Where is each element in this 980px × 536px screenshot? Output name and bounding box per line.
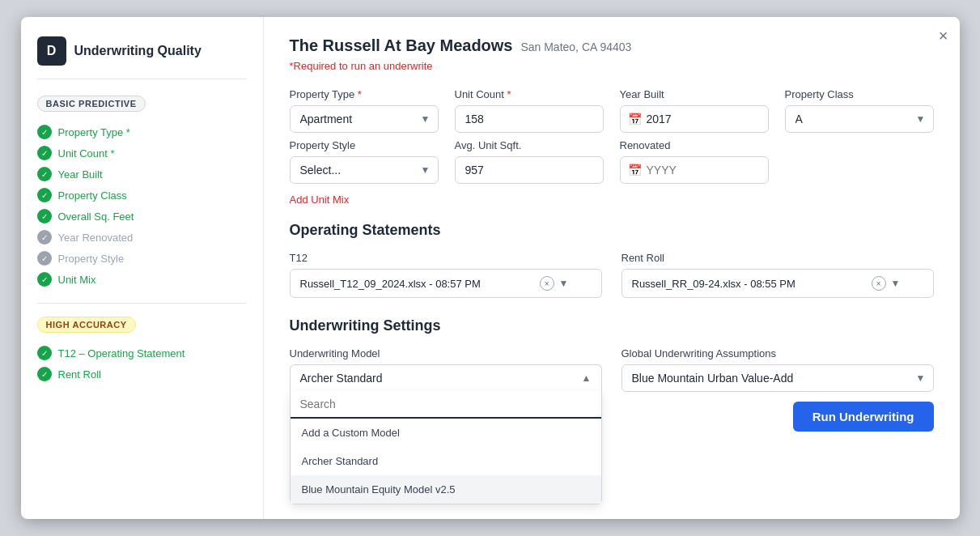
sidebar-brand-icon: D [37, 36, 66, 66]
sidebar-item-overall-sqft: ✓ Overall Sq. Feet [37, 206, 247, 227]
t12-label: T12 [290, 252, 602, 264]
avg-unit-sqft-group: Avg. Unit Sqft. [455, 139, 604, 184]
rent-roll-file-icons: × ▼ [872, 276, 901, 291]
sidebar-item-unit-mix: ✓ Unit Mix [37, 269, 247, 290]
property-style-label: Property Style [290, 139, 439, 151]
sidebar-item-year-renovated: ✓ Year Renovated [37, 227, 247, 248]
required-star-1: * [358, 88, 362, 100]
sidebar-item-rent-roll: ✓ Rent Roll [37, 364, 247, 385]
sidebar-item-t12: ✓ T12 – Operating Statement [37, 342, 247, 364]
avg-unit-sqft-input[interactable] [455, 156, 604, 184]
unit-count-group: Unit Count * [455, 88, 604, 133]
t12-clear-icon[interactable]: × [540, 276, 554, 291]
check-icon-property-class: ✓ [37, 188, 52, 202]
required-notice: *Required to run an underwrite [290, 60, 934, 72]
t12-group: T12 Russell_T12_09_2024.xlsx - 08:57 PM … [290, 252, 602, 298]
sidebar-item-property-class: ✓ Property Class [37, 185, 247, 206]
sidebar-title: Underwriting Quality [74, 44, 202, 58]
sidebar-item-label-property-style: Property Style [58, 253, 125, 265]
assumptions-select-wrapper: Blue Mountain Urban Value-Add ▼ [622, 364, 934, 392]
required-star-2: * [507, 88, 511, 100]
property-class-select-wrapper: A B C D ▼ [785, 105, 934, 133]
check-icon-year-renovated: ✓ [37, 230, 52, 245]
underwriting-model-select-box[interactable]: Archer Standard ▲ [290, 364, 602, 391]
property-header: The Russell At Bay Meadows San Mateo, CA… [290, 36, 934, 55]
renovated-input[interactable] [620, 156, 769, 184]
avg-unit-sqft-label: Avg. Unit Sqft. [455, 139, 604, 151]
rent-roll-file-select[interactable]: Russell_RR_09-24.xlsx - 08:55 PM × ▼ [622, 269, 934, 298]
t12-file-icons: × ▼ [540, 276, 569, 291]
main-content: The Russell At Bay Meadows San Mateo, CA… [264, 17, 960, 519]
run-button-container: Run Underwriting [622, 402, 934, 432]
sidebar: D Underwriting Quality BASIC PREDICTIVE … [21, 17, 264, 519]
renovated-label: Renovated [620, 139, 769, 151]
underwriting-settings-title: Underwriting Settings [290, 317, 934, 334]
underwriting-model-search-input[interactable] [291, 391, 601, 419]
year-built-label: Year Built [620, 88, 769, 100]
renovated-group: Renovated 📅 [620, 139, 769, 184]
renovated-input-wrapper: 📅 [620, 156, 769, 184]
assumptions-select[interactable]: Blue Mountain Urban Value-Add [622, 364, 934, 392]
property-class-group: Property Class A B C D ▼ [785, 88, 934, 133]
year-built-input-wrapper: 📅 [620, 105, 769, 133]
property-class-label: Property Class [785, 88, 934, 100]
rent-roll-clear-icon[interactable]: × [872, 276, 886, 291]
check-icon-rent-roll: ✓ [37, 367, 52, 381]
check-icon-unit-mix: ✓ [37, 272, 52, 287]
chevron-up-icon: ▲ [582, 372, 592, 384]
sidebar-high-items: ✓ T12 – Operating Statement ✓ Rent Roll [37, 342, 247, 385]
form-row-2: Property Style Select... Garden Mid-Rise… [290, 139, 934, 184]
check-icon-property-style: ✓ [37, 251, 52, 266]
sidebar-item-year-built: ✓ Year Built [37, 164, 247, 185]
unit-count-label: Unit Count * [455, 88, 604, 100]
sidebar-divider [37, 303, 247, 304]
modal: × D Underwriting Quality BASIC PREDICTIV… [21, 17, 960, 519]
add-unit-mix-link[interactable]: Add Unit Mix [290, 194, 350, 206]
t12-file-select[interactable]: Russell_T12_09_2024.xlsx - 08:57 PM × ▼ [290, 269, 602, 298]
assumptions-label: Global Underwriting Assumptions [622, 347, 934, 359]
property-type-select-wrapper: Apartment Commercial Mixed Use ▼ [290, 105, 439, 133]
dropdown-item-custom-model[interactable]: Add a Custom Model [291, 419, 601, 447]
check-icon-year-built: ✓ [37, 167, 52, 181]
operating-statements-grid: T12 Russell_T12_09_2024.xlsx - 08:57 PM … [290, 252, 934, 298]
sidebar-item-property-style: ✓ Property Style [37, 248, 247, 269]
property-style-group: Property Style Select... Garden Mid-Rise… [290, 139, 439, 184]
sidebar-item-label-property-type: Property Type * [58, 126, 130, 138]
basic-predictive-badge: BASIC PREDICTIVE [37, 96, 146, 112]
property-style-select-wrapper: Select... Garden Mid-Rise High-Rise Town… [290, 156, 439, 184]
high-accuracy-badge: HIGH ACCURACY [37, 317, 136, 333]
property-type-group: Property Type * Apartment Commercial Mix… [290, 88, 439, 133]
right-col: Global Underwriting Assumptions Blue Mou… [622, 347, 934, 432]
form-row-1: Property Type * Apartment Commercial Mix… [290, 88, 934, 133]
rent-roll-label: Rent Roll [622, 252, 934, 264]
property-location: San Mateo, CA 94403 [520, 40, 631, 53]
sidebar-item-label-unit-mix: Unit Mix [58, 274, 96, 286]
t12-file-value: Russell_T12_09_2024.xlsx - 08:57 PM [300, 278, 481, 290]
rent-roll-chevron-down-icon[interactable]: ▼ [891, 278, 901, 289]
assumptions-group: Global Underwriting Assumptions Blue Mou… [622, 347, 934, 392]
rent-roll-file-value: Russell_RR_09-24.xlsx - 08:55 PM [632, 278, 795, 290]
sidebar-item-property-type: ✓ Property Type * [37, 121, 247, 143]
t12-chevron-down-icon[interactable]: ▼ [559, 278, 569, 289]
property-class-select[interactable]: A B C D [785, 105, 934, 133]
property-type-select[interactable]: Apartment Commercial Mixed Use [290, 105, 439, 133]
sidebar-item-label-property-class: Property Class [58, 189, 127, 202]
year-built-input[interactable] [620, 105, 769, 133]
run-underwriting-button[interactable]: Run Underwriting [793, 402, 934, 432]
property-style-select[interactable]: Select... Garden Mid-Rise High-Rise Town… [290, 156, 439, 184]
unit-count-input[interactable] [455, 105, 604, 133]
dropdown-item-archer-standard[interactable]: Archer Standard [291, 447, 601, 475]
year-built-group: Year Built 📅 [620, 88, 769, 133]
underwriting-model-dropdown-container: Archer Standard ▲ Add a Custom Model Arc… [290, 364, 602, 391]
sidebar-item-label-unit-count: Unit Count * [58, 147, 115, 160]
underwriting-model-value: Archer Standard [300, 372, 383, 385]
underwriting-model-group: Underwriting Model Archer Standard ▲ Add… [290, 347, 602, 391]
underwriting-model-label: Underwriting Model [290, 347, 602, 359]
underwriting-model-dropdown-menu: Add a Custom Model Archer Standard Blue … [290, 391, 602, 504]
dropdown-item-blue-mountain-equity[interactable]: Blue Mountain Equity Model v2.5 [291, 475, 601, 504]
modal-overlay: × D Underwriting Quality BASIC PREDICTIV… [0, 0, 980, 536]
sidebar-item-label-t12: T12 – Operating Statement [58, 347, 185, 359]
close-button[interactable]: × [939, 27, 948, 45]
sidebar-header: D Underwriting Quality [37, 36, 247, 79]
sidebar-basic-items: ✓ Property Type * ✓ Unit Count * ✓ Year … [37, 121, 247, 290]
